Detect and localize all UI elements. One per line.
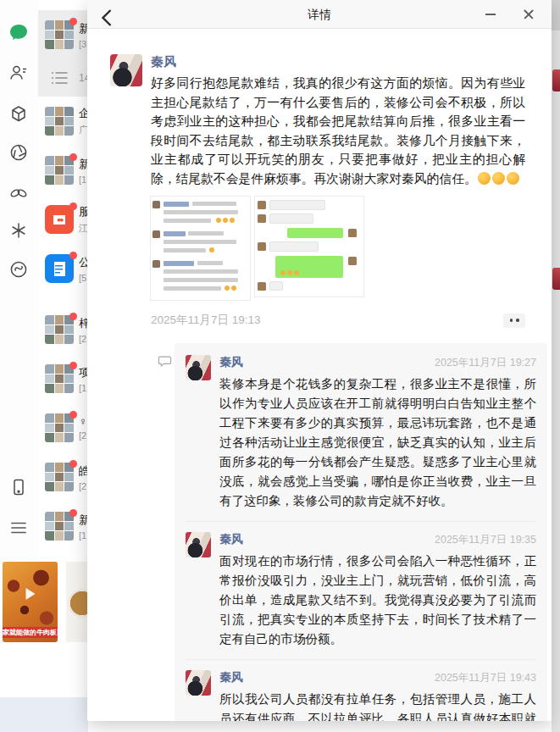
mini-programs-icon[interactable] xyxy=(8,259,29,280)
post-meta: 2025年11月7日 19:13 xyxy=(151,313,525,328)
group-avatar-mosaic xyxy=(45,463,74,491)
group-avatar-mosaic xyxy=(45,364,74,393)
dialog-header: 详情 xyxy=(87,0,552,29)
background-window-titlebar-sliver xyxy=(552,0,560,30)
chat-avatar xyxy=(45,413,74,442)
post-text-content: 好多同行抱怨尾款难结，我真的很少有这方面的烦恼。因为有些业主担心尾款结了，万一有… xyxy=(151,76,525,186)
chat-avatar xyxy=(45,205,74,234)
background-window-sliver xyxy=(552,0,560,732)
menu-icon[interactable] xyxy=(8,518,29,538)
chat-avatar xyxy=(45,364,74,393)
comment-author-avatar[interactable] xyxy=(186,355,211,380)
chat-title: ♀ xyxy=(79,415,87,428)
phone-icon[interactable] xyxy=(8,477,29,497)
chat-avatar xyxy=(45,20,74,49)
comment: 秦风 2025年11月7日 19:27 装修本身是个花钱多的复杂工程，很多业主不… xyxy=(186,355,536,511)
comment: 秦风 2025年11月7日 19:35 面对现在的市场行情，很多公司会陷入一种恶… xyxy=(186,521,536,649)
chat-avatar xyxy=(45,107,74,136)
video-feed-window: 家就能做的牛肉板面 xyxy=(0,560,88,697)
chat-avatar xyxy=(45,463,74,491)
comments-section: 秦风 2025年11月7日 19:27 装修本身是个花钱多的复杂工程，很多业主不… xyxy=(158,343,552,721)
close-button[interactable] xyxy=(514,0,543,29)
comment-main: 秦风 2025年11月7日 19:43 所以我公司人员都没有拉单任务，包括管理人… xyxy=(219,670,536,721)
comment: 秦风 2025年11月7日 19:43 所以我公司人员都没有拉单任务，包括管理人… xyxy=(186,659,536,721)
post-images xyxy=(151,197,525,300)
group-avatar-mosaic xyxy=(45,413,74,442)
sparkle-icon[interactable] xyxy=(8,220,29,241)
dialog-body: 秦风 好多同行抱怨尾款难结，我真的很少有这方面的烦恼。因为有些业主担心尾款结了，… xyxy=(87,29,552,721)
group-avatar-mosaic xyxy=(45,315,74,344)
comment-timestamp: 2025年11月7日 19:35 xyxy=(435,533,536,547)
post-author-name[interactable]: 秦风 xyxy=(151,54,176,69)
background-red-image-fragment xyxy=(552,69,560,92)
moments-aperture-icon[interactable] xyxy=(8,142,29,163)
post-main: 秦风 好多同行抱怨尾款难结，我真的很少有这方面的烦恼。因为有些业主担心尾款结了，… xyxy=(151,54,525,328)
video-thumbnail-1[interactable]: 家就能做的牛肉板面 xyxy=(3,562,58,642)
comment-author-name[interactable]: 秦风 xyxy=(219,355,243,370)
comment-header: 秦风 2025年11月7日 19:27 xyxy=(219,355,536,370)
comment-author-avatar[interactable] xyxy=(186,532,211,557)
comment-header: 秦风 2025年11月7日 19:35 xyxy=(219,532,536,547)
comment-timestamp: 2025年11月7日 19:27 xyxy=(435,356,536,370)
chat-avatar xyxy=(45,156,74,185)
post-text: 好多同行抱怨尾款难结，我真的很少有这方面的烦恼。因为有些业主担心尾款结了，万一有… xyxy=(151,74,525,188)
comment-author-name[interactable]: 秦风 xyxy=(219,670,243,685)
group-avatar-mosaic xyxy=(45,512,74,541)
bottom-strip xyxy=(0,697,88,732)
chat-avatar xyxy=(45,254,74,283)
group-avatar-mosaic xyxy=(45,107,74,136)
post-image-2[interactable] xyxy=(255,197,363,297)
comment-author-name[interactable]: 秦风 xyxy=(219,532,243,547)
handshake-emoji-row xyxy=(477,172,520,186)
play-icon xyxy=(25,588,35,600)
comment-timestamp: 2025年11月7日 19:43 xyxy=(435,671,536,685)
chat-row-texts: ♀ [2 xyxy=(79,415,87,441)
channels-icon[interactable] xyxy=(8,183,29,203)
chat-avatar xyxy=(45,512,74,541)
screen: 新 [3 14 xyxy=(0,0,560,732)
official-account-app-icon xyxy=(45,254,74,283)
service-app-icon xyxy=(45,205,74,234)
chats-icon[interactable] xyxy=(8,22,29,42)
comment-text: 面对现在的市场行情，很多公司会陷入一种恶性循环，正常报价没吸引力，没业主上门，就… xyxy=(219,552,536,649)
post-author-avatar[interactable] xyxy=(110,54,142,86)
details-dialog: 详情 秦风 好多同行抱怨尾款难结，我真的很少有这方面的烦恼。因为有些业主担心尾款… xyxy=(87,0,552,721)
comment-bubble-icon xyxy=(158,355,172,368)
comment-text: 所以我公司人员都没有拉单任务，包括管理人员，施工人员还有供应商，不以拉单评比，各… xyxy=(219,690,536,721)
chat-avatar xyxy=(45,64,74,92)
background-red-image-fragment xyxy=(552,268,560,290)
folded-chats-icon xyxy=(49,68,69,88)
comment-author-avatar[interactable] xyxy=(186,670,211,696)
more-options-button[interactable] xyxy=(503,313,525,328)
chat-avatar xyxy=(45,315,74,344)
minimize-button[interactable] xyxy=(476,0,505,29)
contacts-icon[interactable] xyxy=(8,63,29,83)
comment-header: 秦风 2025年11月7日 19:43 xyxy=(219,670,536,685)
post-timestamp: 2025年11月7日 19:13 xyxy=(151,313,261,328)
post-image-1[interactable] xyxy=(151,197,250,300)
group-avatar-mosaic xyxy=(45,156,74,185)
post: 秦风 好多同行抱怨尾款难结，我真的很少有这方面的烦恼。因为有些业主担心尾款结了，… xyxy=(110,54,552,328)
chat-preview: [2 xyxy=(79,430,87,441)
video-caption: 家就能做的牛肉板面 xyxy=(3,627,58,638)
comment-main: 秦风 2025年11月7日 19:27 装修本身是个花钱多的复杂工程，很多业主不… xyxy=(219,355,536,511)
comments-box: 秦风 2025年11月7日 19:27 装修本身是个花钱多的复杂工程，很多业主不… xyxy=(175,343,547,721)
comment-main: 秦风 2025年11月7日 19:35 面对现在的市场行情，很多公司会陷入一种恶… xyxy=(219,532,536,649)
group-avatar-mosaic xyxy=(45,20,74,49)
comment-text: 装修本身是个花钱多的复杂工程，很多业主不是很懂，所以作为专业人员应该在开工前就得… xyxy=(219,374,536,511)
collections-cube-icon[interactable] xyxy=(8,104,29,125)
